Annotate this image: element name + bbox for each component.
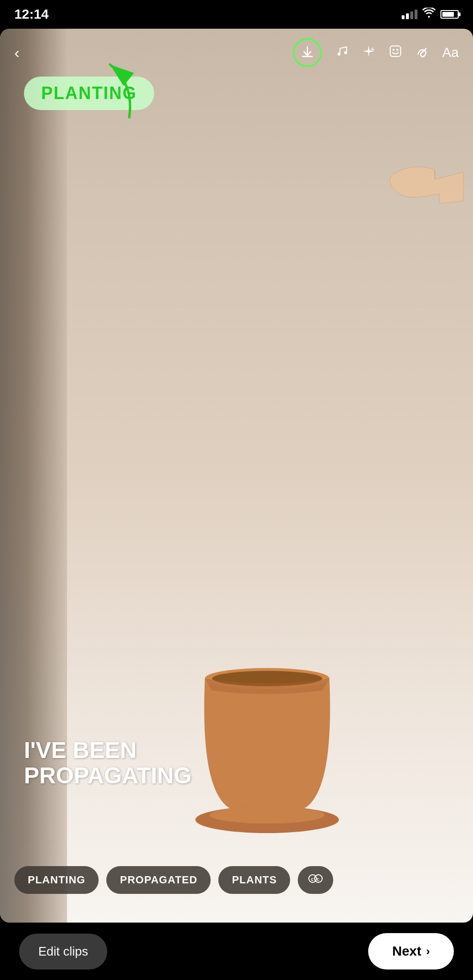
caption-line2: PROPAGATING bbox=[24, 763, 191, 789]
back-button[interactable]: ‹ bbox=[14, 44, 20, 62]
sparkle-icon[interactable] bbox=[362, 45, 375, 61]
planting-badge-text: PLANTING bbox=[41, 83, 137, 103]
battery-icon bbox=[440, 10, 459, 19]
toolbar-icons: Aa bbox=[293, 38, 459, 67]
plant-pot bbox=[191, 635, 344, 836]
status-icons bbox=[402, 8, 459, 21]
svg-point-5 bbox=[338, 53, 340, 56]
tags-bar: PLANTING PROPAGATED PLANTS c c bbox=[0, 866, 473, 894]
status-time: 12:14 bbox=[14, 7, 49, 22]
svg-point-4 bbox=[210, 806, 325, 824]
text-icon[interactable]: Aa bbox=[442, 45, 459, 60]
svg-point-9 bbox=[396, 49, 398, 51]
next-label: Next bbox=[392, 944, 421, 959]
next-chevron-icon: › bbox=[426, 945, 430, 958]
wifi-icon bbox=[422, 8, 436, 21]
next-button[interactable]: Next › bbox=[368, 933, 454, 969]
tag-planting[interactable]: PLANTING bbox=[14, 866, 99, 894]
svg-point-6 bbox=[344, 51, 347, 54]
svg-rect-7 bbox=[390, 46, 401, 56]
caption-text: I'VE BEEN PROPAGATING bbox=[24, 738, 191, 789]
signal-icon bbox=[402, 10, 417, 19]
status-bar: 12:14 bbox=[0, 0, 473, 29]
planting-badge: PLANTING bbox=[24, 77, 154, 110]
tag-plants[interactable]: PLANTS bbox=[218, 866, 290, 894]
main-content: ‹ bbox=[0, 29, 473, 923]
toolbar: ‹ bbox=[0, 38, 473, 67]
tag-cc[interactable]: c c bbox=[298, 866, 333, 894]
bottom-bar: Edit clips Next › bbox=[0, 923, 473, 980]
hand-pointer bbox=[377, 134, 473, 230]
music-icon[interactable] bbox=[335, 45, 349, 61]
caption-line1: I'VE BEEN bbox=[24, 738, 191, 763]
svg-text:c: c bbox=[311, 877, 315, 882]
sticker-icon[interactable] bbox=[389, 45, 402, 61]
scribble-icon[interactable] bbox=[416, 45, 429, 61]
edit-clips-button[interactable]: Edit clips bbox=[19, 934, 107, 969]
download-button[interactable] bbox=[293, 38, 322, 67]
svg-text:c: c bbox=[317, 877, 320, 882]
svg-point-8 bbox=[393, 49, 394, 51]
tag-propagated[interactable]: PROPAGATED bbox=[106, 866, 211, 894]
